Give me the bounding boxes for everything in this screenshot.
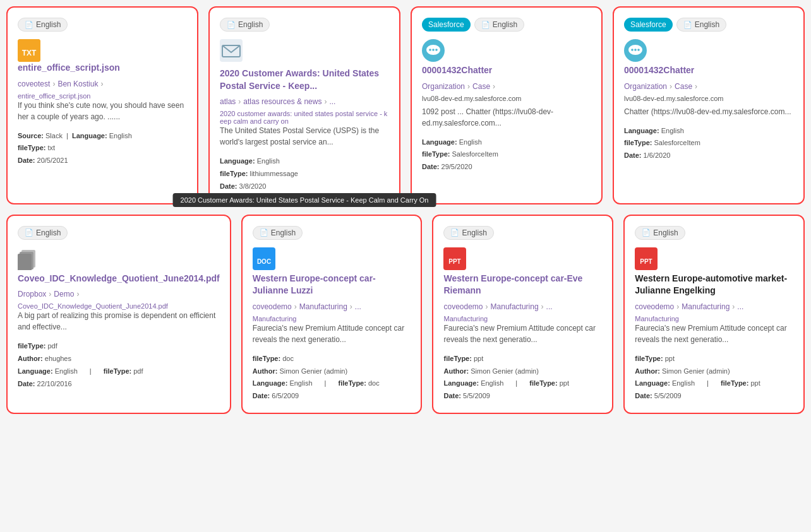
result-card: 📄 English TXT entire_office_script.json …: [6, 6, 198, 204]
result-card: 📄 English DOC Western Europe-concept car…: [241, 215, 423, 414]
breadcrumb-separator: ›: [486, 302, 488, 311]
svg-rect-16: [18, 254, 32, 270]
language-tag: 📄 English: [253, 226, 303, 240]
card-meta: fileType: pptAuthor: Simon Genier (admin…: [443, 353, 602, 403]
svg-text:TXT: TXT: [22, 49, 37, 57]
breadcrumb-link[interactable]: Manufacturing: [299, 302, 347, 311]
card-meta: Language: EnglishfileType: SalesforceIte…: [422, 136, 591, 174]
language-tag: 📄 English: [474, 18, 524, 32]
card-description: If you think she's cute now, you should …: [18, 100, 187, 122]
language-tag: 📄 English: [18, 18, 68, 32]
breadcrumb-link[interactable]: Manufacturing: [491, 302, 539, 311]
breadcrumb: coveodemo › Manufacturing › ...: [443, 302, 602, 311]
card-title[interactable]: 00001432Chatter: [624, 64, 793, 77]
card-title[interactable]: entire_office_script.json: [18, 62, 187, 74]
document-icon: 📄: [642, 228, 651, 237]
card-title[interactable]: Western Europe-concept car-Julianne Luzz…: [253, 273, 411, 297]
breadcrumb-ellipsis[interactable]: ...: [737, 302, 743, 311]
breadcrumb-link[interactable]: Organization: [624, 82, 667, 91]
file-icon: [220, 39, 389, 66]
card-title[interactable]: Coveo_IDC_Knowledge_Quotient_June2014.pd…: [18, 273, 220, 285]
breadcrumb-file: Manufacturing: [443, 315, 602, 322]
card-description: Faurecia's new Premium Attitude concept …: [253, 322, 411, 345]
card-tags: 📄 English: [220, 18, 389, 32]
card-tags: Salesforce 📄 English: [422, 18, 591, 32]
breadcrumb-separator: ›: [493, 82, 495, 91]
svg-rect-2: [220, 39, 243, 62]
card-url: lvu08-dev-ed.my.salesforce.com: [624, 95, 793, 102]
breadcrumb-ellipsis[interactable]: ...: [329, 97, 335, 106]
breadcrumb-separator: ›: [467, 82, 470, 91]
breadcrumb: Organization › Case ›: [422, 82, 591, 91]
result-card: 📄 English PPT Western Europe-concept car…: [432, 215, 613, 414]
svg-point-6: [429, 49, 431, 51]
card-meta: Source: Slack | Language: EnglishfileTyp…: [18, 130, 187, 167]
breadcrumb-link[interactable]: Organization: [422, 82, 465, 91]
file-icon: [624, 39, 793, 64]
breadcrumb-link[interactable]: coveodemo: [443, 302, 483, 311]
breadcrumb-link[interactable]: Manufacturing: [682, 302, 730, 311]
breadcrumb-link[interactable]: coveodemo: [253, 302, 292, 311]
card-title[interactable]: Western Europe-concept car-Eve Riemann: [443, 273, 602, 297]
language-tag: 📄 English: [18, 226, 68, 240]
card-title[interactable]: Western Europe-automotive market-Juliann…: [635, 273, 793, 297]
salesforce-tag: Salesforce: [422, 18, 471, 32]
result-card: Salesforce 📄 English 00001432Chatter Org…: [411, 6, 603, 204]
breadcrumb-link[interactable]: coveotest: [18, 80, 50, 88]
svg-text:PPT: PPT: [640, 258, 652, 265]
file-icon: PPT: [443, 247, 602, 273]
breadcrumb-link[interactable]: Dropbox: [18, 290, 46, 299]
document-icon: 📄: [25, 21, 33, 29]
breadcrumb-ellipsis[interactable]: ...: [355, 302, 361, 311]
svg-point-12: [634, 49, 637, 51]
svg-point-7: [432, 49, 435, 51]
breadcrumb-link[interactable]: Demo: [54, 290, 74, 299]
breadcrumb-link[interactable]: Ben Kostiuk: [57, 80, 98, 88]
card-title[interactable]: 00001432Chatter: [422, 64, 591, 77]
salesforce-tag: Salesforce: [624, 18, 673, 32]
breadcrumb-link[interactable]: atlas: [220, 97, 236, 106]
multipage-file-icon: [18, 247, 220, 273]
breadcrumb-link[interactable]: coveodemo: [635, 302, 674, 311]
email-file-icon: [220, 39, 389, 66]
file-icon: DOC: [253, 247, 411, 273]
breadcrumb-link[interactable]: Case: [472, 82, 490, 91]
breadcrumb-file: Manufacturing: [253, 315, 411, 322]
result-card: 📄 English PPT Western Europe-automotive …: [623, 215, 805, 414]
card-meta: fileType: pptAuthor: Simon Genier (admin…: [635, 353, 793, 403]
doc-file-icon: DOC: [253, 247, 411, 273]
breadcrumb-link[interactable]: atlas resources & news: [243, 97, 321, 106]
language-tag: 📄 English: [220, 18, 270, 32]
breadcrumb: coveodemo › Manufacturing › ...: [635, 302, 793, 311]
card-meta: Language: EnglishfileType: lithiummessag…: [220, 155, 389, 192]
breadcrumb-separator: ›: [732, 302, 735, 311]
breadcrumb-separator: ›: [541, 302, 544, 311]
card-meta: fileType: pdfAuthor: ehughesLanguage: En…: [18, 340, 220, 390]
card-description: Faurecia's new Premium Attitude concept …: [443, 322, 602, 345]
breadcrumb-link[interactable]: Case: [675, 82, 692, 91]
breadcrumb-separator: ›: [695, 82, 697, 91]
language-tag: 📄 English: [676, 18, 726, 32]
card-tags: 📄 English: [18, 18, 187, 32]
card-url: lvu08-dev-ed.my.salesforce.com: [422, 95, 591, 102]
breadcrumb: coveotest › Ben Kostiuk ›: [18, 80, 187, 88]
breadcrumb-ellipsis[interactable]: ...: [546, 302, 553, 311]
document-icon: 📄: [25, 228, 33, 237]
document-icon: 📄: [260, 228, 268, 237]
svg-point-11: [631, 49, 634, 51]
breadcrumb-file: entire_office_script.json: [18, 92, 187, 100]
tooltip: 2020 Customer Awards: United States Post…: [173, 193, 436, 207]
card-description: Faurecia's new Premium Attitude concept …: [635, 322, 793, 345]
card-tags: 📄 English: [253, 226, 411, 240]
file-icon: PPT: [635, 247, 793, 273]
breadcrumb-separator: ›: [676, 302, 679, 311]
breadcrumb-separator: ›: [49, 290, 51, 299]
card-description: The United States Postal Service (USPS) …: [220, 125, 389, 148]
card-tags: 📄 English: [635, 226, 793, 240]
breadcrumb-separator: ›: [76, 290, 79, 299]
breadcrumb-separator: ›: [670, 82, 672, 91]
chat-file-icon: [422, 39, 591, 64]
card-title[interactable]: 2020 Customer Awards: United States Post…: [220, 68, 389, 92]
document-icon: 📄: [481, 21, 490, 29]
document-icon: 📄: [450, 228, 459, 237]
